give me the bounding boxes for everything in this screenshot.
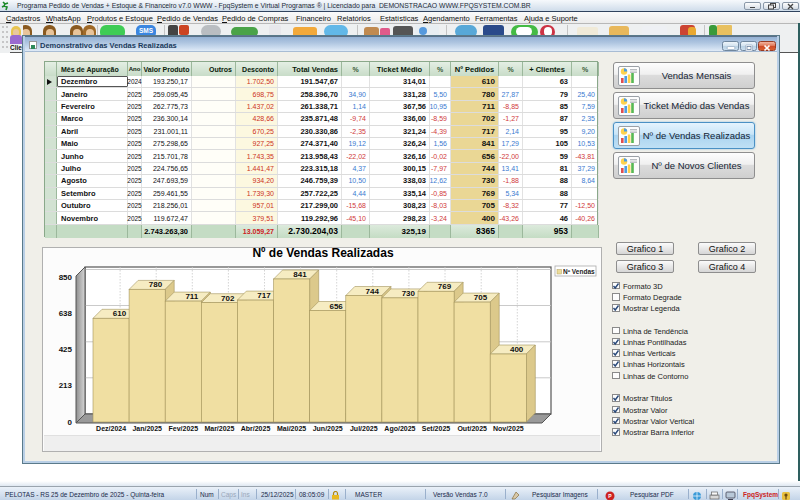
svg-text:730: 730 [402,289,416,298]
svg-text:400: 400 [510,345,524,354]
svg-text:Nov/2025: Nov/2025 [493,425,524,432]
svg-text:656: 656 [329,302,343,311]
svg-text:Mai/2025: Mai/2025 [277,425,306,432]
svg-text:711: 711 [185,292,198,301]
svg-text:638: 638 [59,309,73,318]
svg-text:Jan/2025: Jan/2025 [132,425,162,432]
svg-text:0: 0 [68,418,73,427]
svg-text:717: 717 [257,291,271,300]
svg-text:Jul/2025: Jul/2025 [350,425,378,432]
svg-text:Out/2025: Out/2025 [457,425,487,432]
svg-text:425: 425 [59,345,73,354]
svg-text:780: 780 [149,280,163,289]
svg-text:705: 705 [474,293,488,302]
svg-text:744: 744 [366,287,380,296]
svg-text:702: 702 [221,294,235,303]
svg-text:Dez/2024: Dez/2024 [96,425,126,432]
svg-text:769: 769 [438,282,452,291]
svg-text:610: 610 [113,309,127,318]
svg-text:Mar/2025: Mar/2025 [204,425,234,432]
svg-text:213: 213 [59,381,73,390]
svg-text:Nº Vendas: Nº Vendas [563,268,595,275]
svg-text:850: 850 [59,273,73,282]
svg-text:Fev/2025: Fev/2025 [169,425,199,432]
svg-text:841: 841 [293,270,307,279]
svg-text:Abr/2025: Abr/2025 [241,425,271,432]
svg-text:Set/2025: Set/2025 [422,425,451,432]
svg-text:Jun/2025: Jun/2025 [313,425,343,432]
svg-text:Ago/2025: Ago/2025 [384,425,415,433]
